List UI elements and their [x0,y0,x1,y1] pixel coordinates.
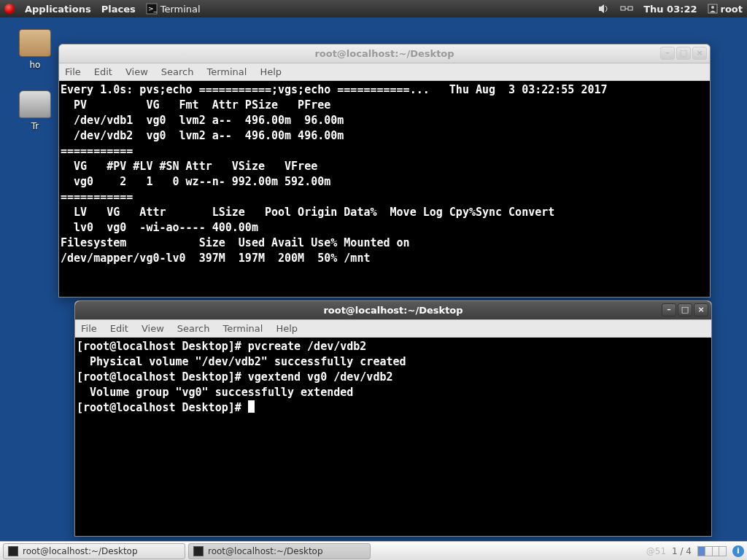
task-label: root@localhost:~/Desktop [208,546,323,556]
menu-search[interactable]: Search [161,66,194,77]
menu-terminal[interactable]: Terminal [206,66,247,77]
task-button-1[interactable]: root@localhost:~/Desktop [3,543,185,559]
svg-marker-2 [599,4,604,13]
menubar: File Edit View Search Terminal Help [75,320,711,338]
maximize-button[interactable]: □ [676,47,691,60]
watermark-overlay: @51 [646,546,666,556]
svg-rect-3 [621,7,625,10]
workspace-label: 1 / 4 [672,546,692,556]
window-title: root@localhost:~/Desktop [323,305,462,316]
home-folder-icon[interactable]: ho [13,29,57,70]
trash-icon[interactable]: Tr [13,90,57,131]
close-button[interactable]: × [694,303,708,316]
menubar: File Edit View Search Terminal Help [59,63,710,81]
user-label: root [721,4,743,15]
top-panel: Applications Places >_ Terminal Thu 03:2… [0,0,747,18]
terminal-window-watch: root@localhost:~/Desktop – □ × File Edit… [58,44,711,298]
menu-file[interactable]: File [81,323,97,334]
trash-label: Tr [13,121,57,131]
terminal-window-shell: root@localhost:~/Desktop – □ × File Edit… [74,300,712,537]
svg-text:>_: >_ [148,5,158,12]
home-label: ho [13,60,57,70]
maximize-button[interactable]: □ [678,303,692,316]
network-icon[interactable] [620,4,633,14]
menu-edit[interactable]: Edit [94,66,112,77]
tray: @51 1 / 4 i [646,545,744,557]
user-menu[interactable]: root [708,4,743,15]
titlebar[interactable]: root@localhost:~/Desktop – □ × [75,301,711,320]
terminal-icon [193,546,204,556]
terminal-output[interactable]: [root@localhost Desktop]# pvcreate /dev/… [75,338,711,536]
close-button[interactable]: × [692,47,707,60]
titlebar[interactable]: root@localhost:~/Desktop – □ × [59,44,710,63]
menu-edit[interactable]: Edit [110,323,128,334]
menu-help[interactable]: Help [260,66,282,77]
distro-icon [4,4,15,14]
applications-menu[interactable]: Applications [25,4,91,15]
menu-search[interactable]: Search [177,323,210,334]
menu-view[interactable]: View [142,323,164,334]
menu-view[interactable]: View [125,66,148,77]
user-icon [708,4,718,14]
active-app-label: Terminal [160,4,201,15]
bottom-panel: root@localhost:~/Desktop root@localhost:… [0,541,747,560]
info-icon[interactable]: i [732,545,744,557]
task-label: root@localhost:~/Desktop [23,546,138,556]
desktop-icons: ho Tr [13,29,57,152]
window-title: root@localhost:~/Desktop [314,48,454,59]
places-menu[interactable]: Places [101,4,136,15]
menu-help[interactable]: Help [276,323,298,334]
svg-rect-4 [628,7,632,10]
terminal-icon: >_ [146,3,158,15]
minimize-button[interactable]: – [662,303,676,316]
terminal-output[interactable]: Every 1.0s: pvs;echo ===========;vgs;ech… [59,81,710,297]
terminal-icon [8,546,18,556]
volume-icon[interactable] [598,4,610,14]
menu-file[interactable]: File [65,66,81,77]
menu-terminal[interactable]: Terminal [222,323,263,334]
cursor [248,400,255,413]
svg-point-7 [711,6,714,9]
task-button-2[interactable]: root@localhost:~/Desktop [188,543,371,559]
workspace-switcher[interactable] [697,546,727,556]
active-app-indicator[interactable]: >_ Terminal [146,3,201,15]
clock[interactable]: Thu 03:22 [643,4,697,15]
minimize-button[interactable]: – [660,47,675,60]
